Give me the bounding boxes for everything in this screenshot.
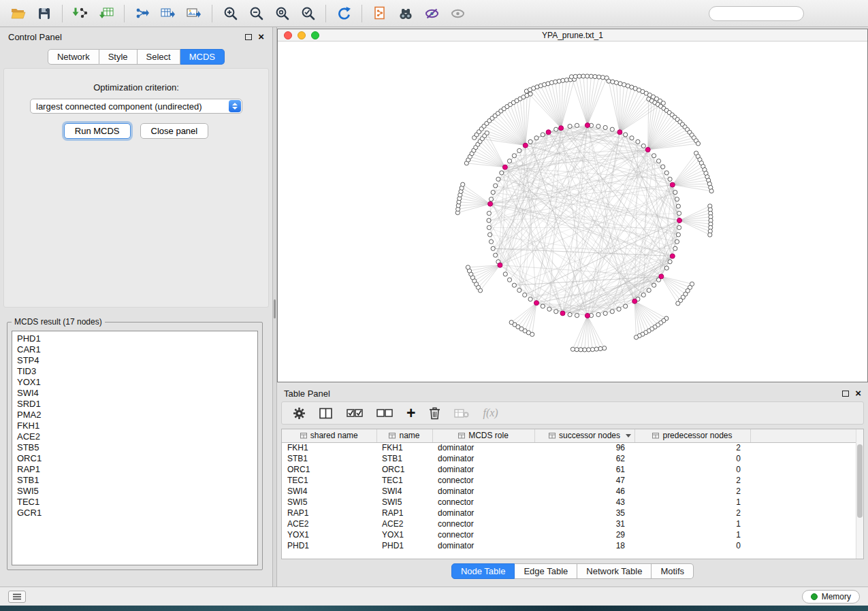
table-row[interactable]: YOX1YOX1connector291 [282,529,858,540]
mcds-result-title: MCDS result (17 nodes) [12,317,105,327]
mcds-result-item[interactable]: STP4 [17,355,253,366]
show-all-button[interactable] [445,3,470,24]
tab-node-table[interactable]: Node Table [451,563,515,579]
window-minimize-icon[interactable] [298,31,306,39]
criterion-dropdown[interactable]: largest connected component (undirected) [30,99,242,114]
function-builder-button[interactable]: f(x) [483,407,498,419]
tab-style[interactable]: Style [99,49,138,65]
zoom-fit-button[interactable] [269,3,295,24]
save-session-button[interactable] [31,3,57,24]
divider-grip[interactable] [274,299,276,318]
table-row[interactable]: SWI5SWI5connector431 [282,497,858,508]
zoom-selected-icon [301,6,315,20]
network-from-selection-button[interactable] [367,3,393,24]
mcds-result-list[interactable]: PHD1CAR1STP4TID3YOX1SWI4SRD1PMA2FKH1ACE2… [12,331,258,565]
col-header-name[interactable]: name [376,429,432,442]
select-all-columns-button[interactable] [347,408,363,418]
tab-edge-table[interactable]: Edge Table [515,563,577,579]
search-box[interactable] [709,6,804,21]
col-header-predecessor-nodes[interactable]: predecessor nodes [634,429,750,442]
tab-select[interactable]: Select [138,49,180,65]
node-table: shared name name MCDS role successor nod… [281,429,864,559]
tab-mcds[interactable]: MCDS [180,49,225,65]
mcds-result-item[interactable]: STB5 [17,442,253,453]
memory-button[interactable]: Memory [802,590,860,604]
control-panel-header: Control Panel × [0,27,272,46]
run-mcds-button[interactable]: Run MCDS [64,123,131,139]
close-panel-button[interactable]: Close panel [140,123,209,139]
table-tabs: Node TableEdge TableNetwork TableMotifs [277,563,868,579]
mcds-result-item[interactable]: SRD1 [17,399,253,410]
col-header-shared-name[interactable]: shared name [282,429,376,442]
table-row[interactable]: ORC1ORC1dominator610 [282,464,858,475]
mcds-result-item[interactable]: ACE2 [17,431,253,442]
network-from-selection-icon [373,6,387,20]
add-column-button[interactable]: + [406,407,415,419]
panel-divider[interactable] [272,27,277,587]
table-row[interactable]: SWI4SWI4dominator462 [282,486,858,497]
table-header-row: shared name name MCDS role successor nod… [282,429,858,442]
mcds-result-item[interactable]: RAP1 [17,464,253,475]
refresh-layout-button[interactable] [331,3,357,24]
import-network-button[interactable] [67,3,93,24]
deselect-all-columns-button[interactable] [376,408,393,418]
column-attr-icon [300,432,307,439]
sort-dropdown-icon[interactable] [626,434,631,437]
open-file-button[interactable] [5,3,31,24]
toolbar-separator [62,5,63,22]
zoom-selected-button[interactable] [295,3,321,24]
export-table-button[interactable] [155,3,181,24]
export-network-button[interactable] [129,3,155,24]
delete-column-button[interactable] [429,407,440,420]
mcds-result-item[interactable]: SWI4 [17,388,253,399]
window-zoom-icon[interactable] [311,31,319,39]
table-row[interactable]: PHD1PHD1dominator180 [282,540,858,551]
export-image-button[interactable] [181,3,207,24]
import-table-button[interactable] [93,3,119,24]
first-neighbors-button[interactable] [393,3,419,24]
mcds-result-item[interactable]: TEC1 [17,497,253,508]
search-input[interactable] [717,9,822,18]
table-row[interactable]: RAP1RAP1dominator352 [282,508,858,518]
window-close-icon[interactable] [284,31,292,39]
memory-status-icon [811,593,818,600]
unchecked-boxes-icon [376,408,393,418]
close-panel-icon[interactable]: × [258,33,264,40]
mcds-result-item[interactable]: PHD1 [17,333,253,344]
table-settings-button[interactable] [293,407,306,420]
table-row[interactable]: TEC1TEC1connector472 [282,475,858,486]
mcds-result-item[interactable]: FKH1 [17,420,253,431]
close-panel-icon[interactable]: × [855,390,861,397]
network-window-titlebar[interactable]: YPA_prune.txt_1 [278,29,867,42]
table-scrollbar[interactable] [856,429,863,559]
panel-menu-button[interactable] [8,591,26,603]
float-panel-icon[interactable] [245,34,252,40]
zoom-out-button[interactable] [243,3,269,24]
mcds-result-item[interactable]: ORC1 [17,453,253,464]
mcds-result-item[interactable]: SWI5 [17,486,253,497]
split-columns-button[interactable] [319,408,333,419]
zoom-in-icon [223,6,238,20]
table-row[interactable]: ACE2ACE2connector311 [282,518,858,529]
network-canvas[interactable] [278,42,867,382]
hide-selected-button[interactable] [419,3,445,24]
zoom-in-button[interactable] [217,3,243,24]
tab-motifs[interactable]: Motifs [652,563,694,579]
table-row[interactable]: STB1STB1dominator620 [282,453,858,464]
float-panel-icon[interactable] [842,391,849,397]
mcds-result-item[interactable]: YOX1 [17,377,253,388]
zoom-fit-icon [275,6,289,20]
import-table-icon [99,7,114,20]
mcds-result-item[interactable]: STB1 [17,475,253,486]
mcds-result-item[interactable]: PMA2 [17,410,253,420]
tab-network[interactable]: Network [48,49,99,65]
mcds-result-item[interactable]: CAR1 [17,344,253,355]
clear-table-button[interactable] [454,408,469,418]
col-header-mcds-role[interactable]: MCDS role [432,429,534,442]
col-header-successor-nodes[interactable]: successor nodes [534,429,634,442]
table-row[interactable]: FKH1FKH1dominator962 [282,442,858,453]
mcds-result-item[interactable]: GCR1 [17,508,253,518]
mcds-result-item[interactable]: TID3 [17,366,253,377]
scrollbar-thumb[interactable] [857,444,863,518]
tab-network-table[interactable]: Network Table [577,563,652,579]
